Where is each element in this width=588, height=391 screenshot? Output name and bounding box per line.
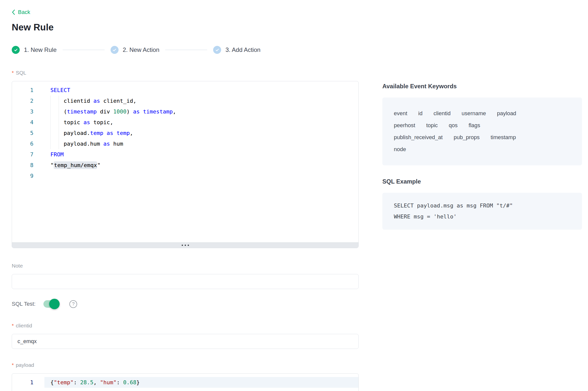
line-number: 6 [12,138,44,149]
note-field-label: Note [12,263,359,269]
event-keyword: qos [449,119,457,131]
code-line: 9 [12,171,358,181]
help-icon[interactable]: ? [69,300,77,308]
code-line: 1SELECT [12,85,358,96]
sql-example-title: SQL Example [382,178,582,185]
code-text: (timestamp div 1000) as timestamp, [44,106,358,117]
indent-guide [59,96,59,149]
new-rule-page: Back New Rule 1. New Rule2. New Action3.… [0,0,588,391]
sql-test-label: SQL Test: [12,301,35,307]
event-keyword: id [418,107,423,119]
code-text: clientid as client_id, [44,96,358,106]
sql-example-box: SELECT payload.msg as msg FROM "t/#"WHER… [382,193,582,230]
code-line: 6 payload.hum as hum [12,138,358,149]
sql-code-editor[interactable]: 1SELECT2 clientid as client_id,3 (timest… [12,81,359,248]
note-field: Note [12,263,359,289]
code-text: FROM [44,149,358,160]
sql-test-row: SQL Test: ? [12,298,359,309]
back-chevron-icon [12,9,15,15]
event-keyword: payload [497,107,516,119]
keywords-box: eventidclientidusernamepayloadpeerhostto… [382,98,582,165]
code-line: 3 (timestamp div 1000) as timestamp, [12,106,358,117]
line-number: 1 [12,85,44,96]
required-asterisk: * [12,362,14,368]
clientid-input[interactable] [12,334,359,349]
rule-form: *SQL 1SELECT2 clientid as client_id,3 (t… [12,70,359,391]
event-keyword: username [461,107,486,119]
page-title: New Rule [12,22,588,33]
sql-code-lines: 1SELECT2 clientid as client_id,3 (timest… [12,81,358,181]
event-keyword: peerhost [394,119,415,131]
event-keyword: event [394,107,407,119]
code-text: "temp_hum/emqx" [44,160,358,171]
required-asterisk: * [12,323,14,328]
step-connector [165,50,207,50]
code-text: SELECT [44,85,358,96]
code-text: topic as topic, [44,117,358,128]
step-label: 1. New Rule [24,46,57,53]
event-keyword: topic [426,119,438,131]
sql-test-toggle[interactable] [43,300,59,308]
line-number: 5 [12,128,44,138]
step-check-icon [213,46,221,54]
keywords-title: Available Event Keywords [382,83,582,90]
payload-field-label: *payload [12,362,359,368]
code-line: 5 payload.temp as temp, [12,128,358,138]
line-number: 9 [12,171,44,181]
keyword-row: eventidclientidusernamepayload [394,107,571,119]
stepper-step-2[interactable]: 2. New Action [111,46,159,54]
payload-code-lines: 1{"temp": 28.5, "hum": 0.68} [12,374,358,388]
stepper: 1. New Rule2. New Action3. Add Action [12,46,588,54]
back-button[interactable]: Back [12,9,30,15]
line-number: 8 [12,160,44,171]
payload-field: *payload 1{"temp": 28.5, "hum": 0.68} [12,362,359,391]
help-panel: Available Event Keywords eventidclientid… [382,70,582,391]
payload-code-editor[interactable]: 1{"temp": 28.5, "hum": 0.68} [12,373,359,391]
sql-example-line: WHERE msg = 'hello' [394,211,571,222]
keyword-row: peerhosttopicqosflags [394,119,571,131]
keyword-row: publish_received_atpub_propstimestamp [394,131,571,143]
sql-example-line: SELECT payload.msg as msg FROM "t/#" [394,200,571,211]
line-number: 2 [12,96,44,106]
resize-dot [185,245,186,246]
code-line: 2 clientid as client_id, [12,96,358,106]
line-number: 7 [12,149,44,160]
code-line: 1{"temp": 28.5, "hum": 0.68} [12,377,358,388]
content-area: *SQL 1SELECT2 clientid as client_id,3 (t… [12,70,588,391]
code-text: payload.hum as hum [44,138,358,149]
code-line: 7FROM [12,149,358,160]
indent-guide [50,96,51,149]
step-label: 2. New Action [123,46,159,53]
step-label: 3. Add Action [225,46,260,53]
stepper-step-3[interactable]: 3. Add Action [213,46,260,54]
event-keyword: pub_props [454,131,480,143]
step-check-icon [111,46,119,54]
editor-resize-handle[interactable] [12,242,358,248]
event-keyword: clientid [434,107,450,119]
code-text: payload.temp as temp, [44,128,358,138]
event-keyword: publish_received_at [394,131,443,143]
sql-field-label: *SQL [12,70,359,76]
clientid-field-label: *clientid [12,322,359,329]
step-check-icon [12,46,20,54]
step-connector [63,50,105,50]
event-keyword: flags [469,119,480,131]
note-input[interactable] [12,274,359,289]
line-number: 4 [12,117,44,128]
event-keyword: timestamp [491,131,516,143]
code-text [44,171,358,181]
keyword-row: node [394,143,571,155]
code-line: 4 topic as topic, [12,117,358,128]
resize-dot [188,245,189,246]
line-number: 1 [12,377,44,388]
clientid-field: *clientid [12,322,359,349]
stepper-step-1[interactable]: 1. New Rule [12,46,57,54]
event-keyword: node [394,143,406,155]
code-text: {"temp": 28.5, "hum": 0.68} [44,377,358,388]
toggle-knob [49,299,60,309]
code-line: 8"temp_hum/emqx" [12,160,358,171]
back-label: Back [18,9,30,15]
resize-dot [182,245,183,246]
line-number: 3 [12,106,44,117]
required-asterisk: * [12,70,14,76]
